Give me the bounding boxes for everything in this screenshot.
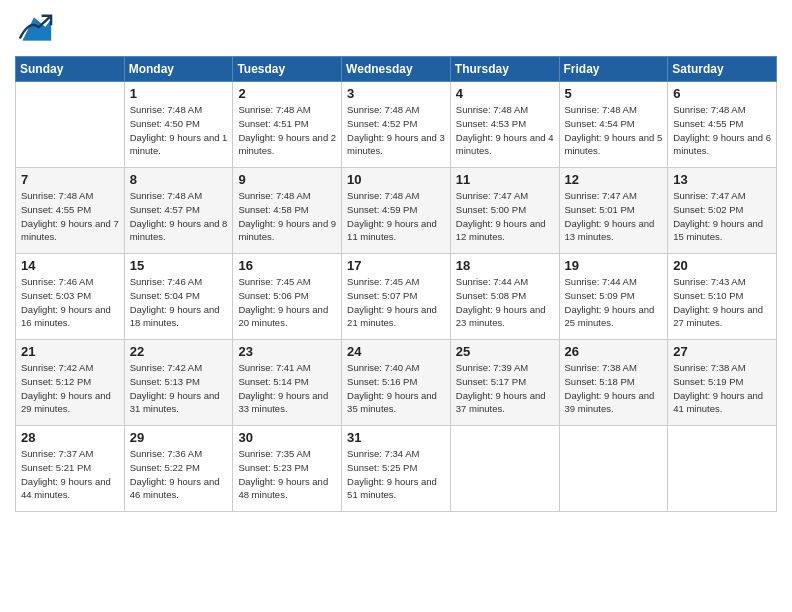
- day-detail: Sunrise: 7:43 AMSunset: 5:10 PMDaylight:…: [673, 275, 771, 330]
- day-number: 18: [456, 258, 554, 273]
- weekday-header-wednesday: Wednesday: [342, 57, 451, 82]
- day-number: 27: [673, 344, 771, 359]
- calendar-cell: 5Sunrise: 7:48 AMSunset: 4:54 PMDaylight…: [559, 82, 668, 168]
- calendar-cell: 10Sunrise: 7:48 AMSunset: 4:59 PMDayligh…: [342, 168, 451, 254]
- day-detail: Sunrise: 7:45 AMSunset: 5:06 PMDaylight:…: [238, 275, 336, 330]
- calendar-cell: 28Sunrise: 7:37 AMSunset: 5:21 PMDayligh…: [16, 426, 125, 512]
- calendar-cell: 15Sunrise: 7:46 AMSunset: 5:04 PMDayligh…: [124, 254, 233, 340]
- week-row-4: 28Sunrise: 7:37 AMSunset: 5:21 PMDayligh…: [16, 426, 777, 512]
- day-detail: Sunrise: 7:34 AMSunset: 5:25 PMDaylight:…: [347, 447, 445, 502]
- logo-icon: [15, 10, 53, 48]
- day-number: 3: [347, 86, 445, 101]
- calendar-cell: [559, 426, 668, 512]
- calendar-cell: 2Sunrise: 7:48 AMSunset: 4:51 PMDaylight…: [233, 82, 342, 168]
- day-number: 12: [565, 172, 663, 187]
- calendar-cell: 17Sunrise: 7:45 AMSunset: 5:07 PMDayligh…: [342, 254, 451, 340]
- day-detail: Sunrise: 7:42 AMSunset: 5:12 PMDaylight:…: [21, 361, 119, 416]
- header: [15, 10, 777, 48]
- day-detail: Sunrise: 7:46 AMSunset: 5:04 PMDaylight:…: [130, 275, 228, 330]
- calendar-cell: 23Sunrise: 7:41 AMSunset: 5:14 PMDayligh…: [233, 340, 342, 426]
- day-detail: Sunrise: 7:45 AMSunset: 5:07 PMDaylight:…: [347, 275, 445, 330]
- calendar-table: SundayMondayTuesdayWednesdayThursdayFrid…: [15, 56, 777, 512]
- calendar-cell: [668, 426, 777, 512]
- day-detail: Sunrise: 7:41 AMSunset: 5:14 PMDaylight:…: [238, 361, 336, 416]
- calendar-cell: 4Sunrise: 7:48 AMSunset: 4:53 PMDaylight…: [450, 82, 559, 168]
- day-detail: Sunrise: 7:48 AMSunset: 4:57 PMDaylight:…: [130, 189, 228, 244]
- day-detail: Sunrise: 7:46 AMSunset: 5:03 PMDaylight:…: [21, 275, 119, 330]
- calendar-cell: 14Sunrise: 7:46 AMSunset: 5:03 PMDayligh…: [16, 254, 125, 340]
- day-number: 13: [673, 172, 771, 187]
- calendar-cell: [16, 82, 125, 168]
- weekday-row: SundayMondayTuesdayWednesdayThursdayFrid…: [16, 57, 777, 82]
- weekday-header-friday: Friday: [559, 57, 668, 82]
- day-detail: Sunrise: 7:39 AMSunset: 5:17 PMDaylight:…: [456, 361, 554, 416]
- calendar-cell: 31Sunrise: 7:34 AMSunset: 5:25 PMDayligh…: [342, 426, 451, 512]
- day-number: 21: [21, 344, 119, 359]
- calendar-header: SundayMondayTuesdayWednesdayThursdayFrid…: [16, 57, 777, 82]
- day-detail: Sunrise: 7:38 AMSunset: 5:19 PMDaylight:…: [673, 361, 771, 416]
- calendar-cell: 26Sunrise: 7:38 AMSunset: 5:18 PMDayligh…: [559, 340, 668, 426]
- day-detail: Sunrise: 7:47 AMSunset: 5:02 PMDaylight:…: [673, 189, 771, 244]
- day-detail: Sunrise: 7:48 AMSunset: 4:50 PMDaylight:…: [130, 103, 228, 158]
- day-number: 11: [456, 172, 554, 187]
- week-row-3: 21Sunrise: 7:42 AMSunset: 5:12 PMDayligh…: [16, 340, 777, 426]
- day-detail: Sunrise: 7:48 AMSunset: 4:52 PMDaylight:…: [347, 103, 445, 158]
- day-number: 31: [347, 430, 445, 445]
- day-number: 24: [347, 344, 445, 359]
- weekday-header-sunday: Sunday: [16, 57, 125, 82]
- day-detail: Sunrise: 7:48 AMSunset: 4:53 PMDaylight:…: [456, 103, 554, 158]
- calendar-cell: 24Sunrise: 7:40 AMSunset: 5:16 PMDayligh…: [342, 340, 451, 426]
- weekday-header-saturday: Saturday: [668, 57, 777, 82]
- day-number: 23: [238, 344, 336, 359]
- day-number: 8: [130, 172, 228, 187]
- day-number: 28: [21, 430, 119, 445]
- day-detail: Sunrise: 7:35 AMSunset: 5:23 PMDaylight:…: [238, 447, 336, 502]
- day-detail: Sunrise: 7:48 AMSunset: 4:55 PMDaylight:…: [673, 103, 771, 158]
- day-number: 20: [673, 258, 771, 273]
- day-number: 17: [347, 258, 445, 273]
- week-row-1: 7Sunrise: 7:48 AMSunset: 4:55 PMDaylight…: [16, 168, 777, 254]
- week-row-2: 14Sunrise: 7:46 AMSunset: 5:03 PMDayligh…: [16, 254, 777, 340]
- calendar-cell: 12Sunrise: 7:47 AMSunset: 5:01 PMDayligh…: [559, 168, 668, 254]
- calendar-cell: 29Sunrise: 7:36 AMSunset: 5:22 PMDayligh…: [124, 426, 233, 512]
- day-number: 6: [673, 86, 771, 101]
- day-number: 26: [565, 344, 663, 359]
- day-detail: Sunrise: 7:42 AMSunset: 5:13 PMDaylight:…: [130, 361, 228, 416]
- calendar-cell: 8Sunrise: 7:48 AMSunset: 4:57 PMDaylight…: [124, 168, 233, 254]
- calendar-cell: 11Sunrise: 7:47 AMSunset: 5:00 PMDayligh…: [450, 168, 559, 254]
- calendar-cell: 6Sunrise: 7:48 AMSunset: 4:55 PMDaylight…: [668, 82, 777, 168]
- day-number: 1: [130, 86, 228, 101]
- day-detail: Sunrise: 7:36 AMSunset: 5:22 PMDaylight:…: [130, 447, 228, 502]
- day-detail: Sunrise: 7:38 AMSunset: 5:18 PMDaylight:…: [565, 361, 663, 416]
- day-number: 22: [130, 344, 228, 359]
- day-number: 25: [456, 344, 554, 359]
- weekday-header-monday: Monday: [124, 57, 233, 82]
- calendar-cell: 21Sunrise: 7:42 AMSunset: 5:12 PMDayligh…: [16, 340, 125, 426]
- day-detail: Sunrise: 7:44 AMSunset: 5:09 PMDaylight:…: [565, 275, 663, 330]
- day-number: 2: [238, 86, 336, 101]
- day-detail: Sunrise: 7:40 AMSunset: 5:16 PMDaylight:…: [347, 361, 445, 416]
- calendar-cell: 9Sunrise: 7:48 AMSunset: 4:58 PMDaylight…: [233, 168, 342, 254]
- day-number: 9: [238, 172, 336, 187]
- calendar-cell: 18Sunrise: 7:44 AMSunset: 5:08 PMDayligh…: [450, 254, 559, 340]
- day-detail: Sunrise: 7:47 AMSunset: 5:01 PMDaylight:…: [565, 189, 663, 244]
- day-number: 10: [347, 172, 445, 187]
- day-detail: Sunrise: 7:48 AMSunset: 4:55 PMDaylight:…: [21, 189, 119, 244]
- calendar-cell: 16Sunrise: 7:45 AMSunset: 5:06 PMDayligh…: [233, 254, 342, 340]
- calendar-cell: 22Sunrise: 7:42 AMSunset: 5:13 PMDayligh…: [124, 340, 233, 426]
- calendar-cell: 19Sunrise: 7:44 AMSunset: 5:09 PMDayligh…: [559, 254, 668, 340]
- calendar-cell: 25Sunrise: 7:39 AMSunset: 5:17 PMDayligh…: [450, 340, 559, 426]
- day-detail: Sunrise: 7:47 AMSunset: 5:00 PMDaylight:…: [456, 189, 554, 244]
- day-detail: Sunrise: 7:48 AMSunset: 4:54 PMDaylight:…: [565, 103, 663, 158]
- week-row-0: 1Sunrise: 7:48 AMSunset: 4:50 PMDaylight…: [16, 82, 777, 168]
- calendar-cell: 20Sunrise: 7:43 AMSunset: 5:10 PMDayligh…: [668, 254, 777, 340]
- day-detail: Sunrise: 7:48 AMSunset: 4:59 PMDaylight:…: [347, 189, 445, 244]
- day-number: 14: [21, 258, 119, 273]
- calendar-cell: 7Sunrise: 7:48 AMSunset: 4:55 PMDaylight…: [16, 168, 125, 254]
- calendar-cell: 27Sunrise: 7:38 AMSunset: 5:19 PMDayligh…: [668, 340, 777, 426]
- day-detail: Sunrise: 7:48 AMSunset: 4:58 PMDaylight:…: [238, 189, 336, 244]
- page: SundayMondayTuesdayWednesdayThursdayFrid…: [0, 0, 792, 612]
- day-number: 4: [456, 86, 554, 101]
- day-number: 19: [565, 258, 663, 273]
- calendar-cell: 30Sunrise: 7:35 AMSunset: 5:23 PMDayligh…: [233, 426, 342, 512]
